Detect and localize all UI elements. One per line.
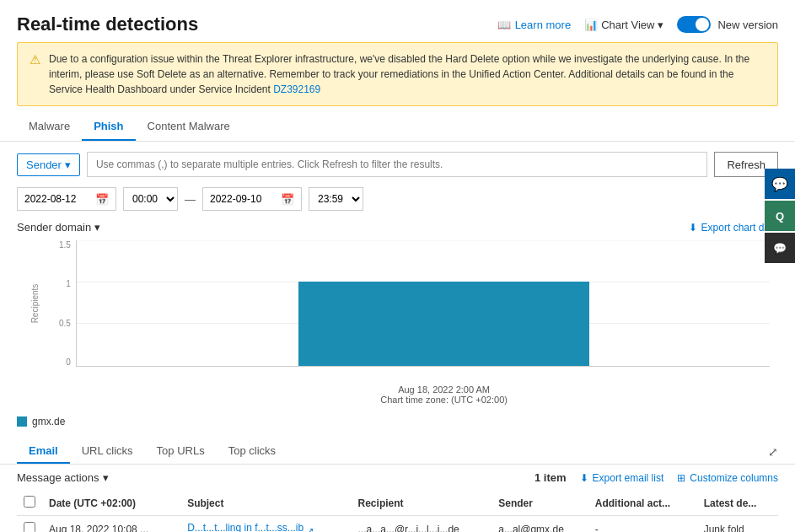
end-date-field[interactable] xyxy=(210,193,277,205)
book-icon: 📖 xyxy=(497,19,511,31)
th-additional-act: Additional act... xyxy=(588,491,697,516)
chevron-down-icon: ▾ xyxy=(658,19,663,31)
right-sidebar: 💬 Q 💬 xyxy=(765,169,795,263)
new-version-toggle[interactable] xyxy=(677,16,711,33)
main-tabs: Malware Phish Content Malware xyxy=(0,113,795,142)
legend-label: gmx.de xyxy=(32,416,65,427)
start-date-field[interactable] xyxy=(24,193,92,205)
row-checkbox[interactable] xyxy=(24,522,35,532)
results-table: Date (UTC +02:00) Subject Recipient Send… xyxy=(17,491,778,532)
y-axis: 1.5 1 0.5 0 xyxy=(59,240,71,367)
sub-tab-top-urls[interactable]: Top URLs xyxy=(145,439,217,464)
th-checkbox xyxy=(17,491,42,516)
email-table: Date (UTC +02:00) Subject Recipient Send… xyxy=(0,491,795,532)
row-date: Aug 18, 2022 10:08 ... xyxy=(42,516,180,533)
alert-banner: ⚠ Due to a configuration issue within th… xyxy=(17,42,778,106)
tab-malware[interactable]: Malware xyxy=(17,113,82,141)
tab-content-malware[interactable]: Content Malware xyxy=(136,113,242,141)
chart-legend: gmx.de xyxy=(0,411,795,433)
end-time-select[interactable]: 23:59 00:00 01:00 xyxy=(309,187,363,211)
chart-tooltip: Aug 18, 2022 2:00 AM Chart time zone: (U… xyxy=(298,384,589,405)
table-actions-row: Message actions ▾ 1 item ⬇ Export email … xyxy=(0,465,795,491)
new-version-label: New version xyxy=(717,19,778,31)
item-count: 1 item xyxy=(534,471,567,484)
y-axis-title: Recipients xyxy=(30,284,40,324)
chart-plot-area: Aug 18, 2022 2:00 AM Chart time zone: (U… xyxy=(76,240,770,367)
chevron-down-icon: ▾ xyxy=(103,471,109,484)
external-link-icon: ↗ xyxy=(307,526,314,532)
sender-domain-button[interactable]: Sender domain ▾ xyxy=(17,221,100,234)
filter-input[interactable] xyxy=(87,152,708,177)
download-icon: ⬇ xyxy=(689,222,697,234)
tab-phish[interactable]: Phish xyxy=(82,113,135,141)
y-label-1.5: 1.5 xyxy=(59,240,71,250)
date-row: 📅 00:00 01:00 12:00 23:59 — 📅 23:59 00:0… xyxy=(0,184,795,221)
row-subject-link[interactable]: D...t...t...ling in f...t...ss...ib xyxy=(187,522,303,532)
row-checkbox-cell xyxy=(17,516,42,533)
filter-row: Sender ▾ Refresh xyxy=(0,142,795,184)
legend-color-dot xyxy=(17,416,27,427)
chart-view-button[interactable]: 📊 Chart View ▾ xyxy=(584,19,663,31)
sub-tab-top-clicks[interactable]: Top clicks xyxy=(217,439,287,464)
message-actions-button[interactable]: Message actions ▾ xyxy=(17,471,109,484)
start-date-input: 📅 xyxy=(17,187,116,211)
row-sender: a...al@gmx.de xyxy=(492,516,588,533)
chart-section: Sender domain ▾ ⬇ Export chart data Reci… xyxy=(0,221,795,367)
warning-icon: ⚠ xyxy=(30,52,40,67)
th-subject: Subject xyxy=(180,491,351,516)
table-body: Aug 18, 2022 10:08 ... D...t...t...ling … xyxy=(17,516,778,533)
columns-icon: ⊞ xyxy=(677,472,685,484)
sub-tabs-left: Email URL clicks Top URLs Top clicks xyxy=(17,439,287,464)
new-version-toggle-container: New version xyxy=(677,16,778,33)
page-title: Real-time detections xyxy=(17,13,198,35)
alert-text: Due to a configuration issue within the … xyxy=(49,51,765,97)
table-header: Date (UTC +02:00) Subject Recipient Send… xyxy=(17,491,778,516)
row-subject: D...t...t...ling in f...t...ss...ib ↗ xyxy=(180,516,351,533)
sender-button[interactable]: Sender ▾ xyxy=(17,153,80,176)
customize-columns-button[interactable]: ⊞ Customize columns xyxy=(677,472,778,484)
select-all-checkbox[interactable] xyxy=(24,496,35,508)
chart-wrapper: Recipients 1.5 1 0.5 0 Aug 18, 2022 2:00… xyxy=(59,240,770,367)
start-time-select[interactable]: 00:00 01:00 12:00 23:59 xyxy=(123,187,178,211)
sidebar-icon-help[interactable]: Q xyxy=(765,201,795,231)
grid-line-top xyxy=(77,240,770,241)
chart-icon: 📊 xyxy=(584,19,598,31)
date-separator: — xyxy=(185,193,196,206)
sub-tab-url-clicks[interactable]: URL clicks xyxy=(70,439,145,464)
row-latest-de: Junk fold xyxy=(697,516,778,533)
calendar-icon-end[interactable]: 📅 xyxy=(281,193,294,206)
chevron-down-icon: ▾ xyxy=(65,159,71,171)
chart-header: Sender domain ▾ ⬇ Export chart data xyxy=(17,221,778,234)
learn-more-button[interactable]: 📖 Learn more xyxy=(497,19,571,31)
y-label-0.5: 0.5 xyxy=(59,319,71,328)
chart-bar xyxy=(298,282,589,366)
expand-icon[interactable]: ⤢ xyxy=(768,445,778,459)
export-email-list-button[interactable]: ⬇ Export email list xyxy=(580,472,664,484)
page-header: Real-time detections 📖 Learn more 📊 Char… xyxy=(0,0,795,42)
sidebar-icon-chat[interactable]: 💬 xyxy=(765,169,795,199)
download-icon: ⬇ xyxy=(580,472,588,484)
th-latest-de: Latest de... xyxy=(697,491,778,516)
row-additional-act: - xyxy=(588,516,697,533)
row-recipient: ...a...a...@r...i...l...i...de xyxy=(352,516,492,533)
sub-tab-email[interactable]: Email xyxy=(17,439,70,464)
th-sender: Sender xyxy=(492,491,588,516)
th-date: Date (UTC +02:00) xyxy=(42,491,180,516)
calendar-icon-start[interactable]: 📅 xyxy=(95,193,109,206)
y-label-0: 0 xyxy=(59,357,71,367)
table-row: Aug 18, 2022 10:08 ... D...t...t...ling … xyxy=(17,516,778,533)
end-date-input: 📅 xyxy=(202,187,302,211)
sub-tabs: Email URL clicks Top URLs Top clicks ⤢ xyxy=(0,433,795,465)
sidebar-icon-feedback[interactable]: 💬 xyxy=(765,233,795,263)
header-actions: 📖 Learn more 📊 Chart View ▾ New version xyxy=(497,16,778,33)
alert-link[interactable]: DZ392169 xyxy=(273,83,320,95)
th-recipient: Recipient xyxy=(352,491,492,516)
chevron-down-icon: ▾ xyxy=(94,221,100,234)
y-label-1: 1 xyxy=(59,279,71,288)
table-right-actions: 1 item ⬇ Export email list ⊞ Customize c… xyxy=(534,471,778,484)
